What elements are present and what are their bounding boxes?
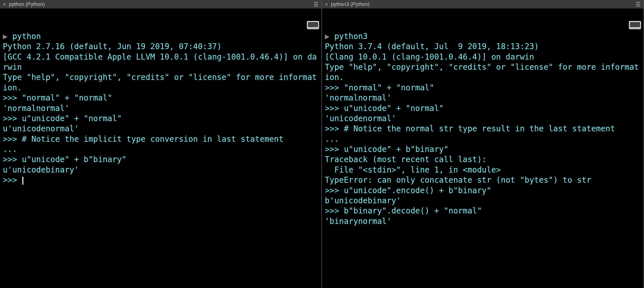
repl-output: u'unicodebinary' (3, 165, 79, 174)
menu-icon[interactable]: ☰ (314, 1, 319, 8)
compiler-info: [Clang 10.0.1 (clang-1001.0.46.4)] on da… (325, 52, 534, 62)
computer-icon[interactable] (629, 21, 641, 29)
right-titlebar: × python3 (Python) ☰ (322, 0, 643, 8)
left-terminal[interactable]: ▶ python Python 2.7.16 (default, Jun 19 … (0, 8, 321, 288)
help-line: Type "help", "copyright", "credits" or "… (3, 73, 317, 92)
cursor (22, 177, 23, 185)
help-line: Type "help", "copyright", "credits" or "… (325, 62, 639, 82)
repl-output: 'normalnormal' (3, 104, 69, 113)
right-title: python3 (Python) (331, 1, 633, 7)
repl-output: ... (3, 145, 17, 154)
repl-output: 'binarynormal' (325, 217, 391, 226)
repl-output: 'unicodenormal' (325, 114, 396, 123)
traceback-line: TypeError: can only concatenate str (not… (325, 175, 591, 185)
traceback-line: Traceback (most recent call last): (325, 155, 487, 164)
prompt-arrow: ▶ (325, 32, 330, 41)
command: python (12, 32, 41, 41)
repl-input: >>> u"unicode".encode() + b"binary" (325, 186, 491, 195)
prompt-arrow: ▶ (3, 32, 8, 41)
command: python3 (334, 32, 368, 41)
close-icon[interactable]: × (3, 1, 6, 8)
left-title: python (Python) (9, 1, 311, 7)
python-header: Python 2.7.16 (default, Jun 19 2019, 07:… (3, 42, 226, 51)
right-pane: × python3 (Python) ☰ ▶ python3 Python 3.… (322, 0, 644, 288)
repl-input: >>> u"unicode" + b"binary" (325, 145, 448, 154)
left-pane: × python (Python) ☰ ▶ python Python 2.7.… (0, 0, 322, 288)
repl-output: 'normalnormal' (325, 93, 391, 102)
computer-icon[interactable] (307, 21, 319, 29)
repl-output: u'unicodenormal' (3, 124, 79, 133)
repl-output: ... (325, 134, 339, 144)
repl-input: >>> # Notice the normal str type result … (325, 124, 615, 133)
repl-input: >>> u"unicode" + b"binary" (3, 155, 126, 164)
left-titlebar: × python (Python) ☰ (0, 0, 321, 8)
close-icon[interactable]: × (325, 1, 328, 8)
repl-input: >>> u"unicode" + "normal" (3, 114, 122, 123)
right-terminal[interactable]: ▶ python3 Python 3.7.4 (default, Jul 9 2… (322, 8, 643, 288)
repl-prompt: >>> (3, 175, 22, 185)
traceback-line: File "<stdin>", line 1, in <module> (325, 165, 501, 174)
menu-icon[interactable]: ☰ (636, 1, 641, 8)
python-header: Python 3.7.4 (default, Jul 9 2019, 18:13… (325, 42, 544, 51)
repl-input: >>> "normal" + "normal" (3, 93, 112, 102)
repl-input: >>> u"unicode" + "normal" (325, 104, 444, 113)
repl-input: >>> "normal" + "normal" (325, 83, 434, 92)
repl-output: b'unicodebinary' (325, 196, 401, 205)
repl-input: >>> # Notice the implicit type conversio… (3, 134, 284, 144)
compiler-info: [GCC 4.2.1 Compatible Apple LLVM 10.0.1 … (3, 52, 317, 72)
repl-input: >>> b"binary".decode() + "normal" (325, 206, 482, 215)
